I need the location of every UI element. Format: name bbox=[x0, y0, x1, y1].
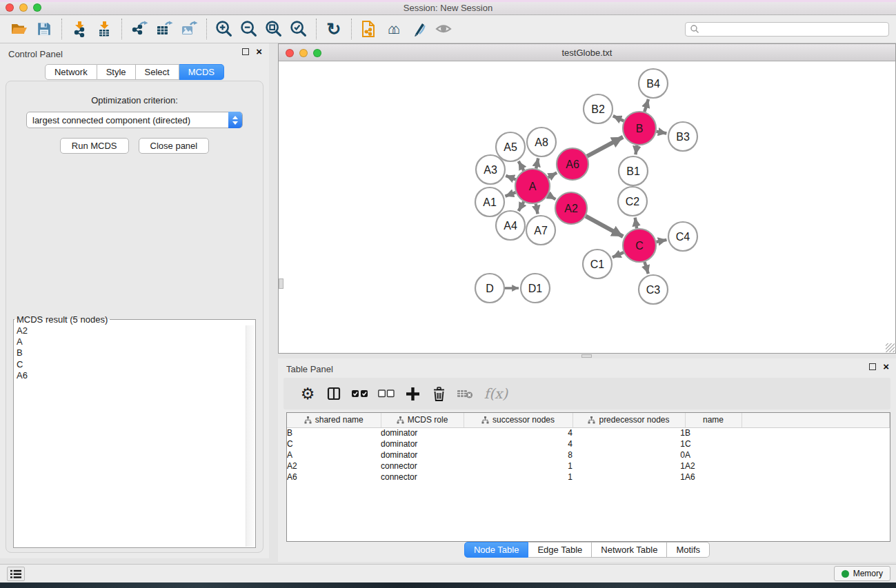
graph-edge-C-C2[interactable] bbox=[635, 218, 637, 229]
graph-edge-B-B3[interactable] bbox=[657, 132, 667, 134]
table-row[interactable]: A6connector11A6 bbox=[287, 472, 890, 483]
graph-edge-C-C1[interactable] bbox=[613, 252, 624, 257]
table-settings-button[interactable]: ⚙ bbox=[295, 381, 321, 406]
import-network-button[interactable] bbox=[67, 17, 92, 41]
add-row-button[interactable] bbox=[399, 381, 426, 406]
graph-edge-A-A7[interactable] bbox=[536, 204, 538, 214]
graph-edge-A-A3[interactable] bbox=[506, 176, 515, 180]
table-cell[interactable]: A bbox=[287, 449, 381, 460]
hide-graphics-details-button[interactable] bbox=[406, 17, 431, 41]
table-cell[interactable]: A6 bbox=[287, 472, 381, 483]
graph-edge-A-A1[interactable] bbox=[506, 192, 516, 196]
column-header-successor-nodes[interactable]: successor nodes bbox=[464, 413, 573, 427]
table-cell[interactable]: connector bbox=[381, 472, 464, 483]
column-header-shared-name[interactable]: shared name bbox=[287, 413, 381, 427]
graph-edge-B-B2[interactable] bbox=[613, 116, 624, 121]
tab-network-table[interactable]: Network Table bbox=[592, 542, 667, 558]
function-builder-button[interactable]: f(x) bbox=[478, 381, 514, 406]
home-button[interactable]: ⌂⌂ bbox=[381, 17, 406, 41]
select-all-button[interactable] bbox=[347, 381, 373, 406]
graph-edge-A-A6[interactable] bbox=[548, 173, 557, 178]
zoom-in-button[interactable] bbox=[212, 17, 237, 41]
table-cell[interactable]: 1 bbox=[573, 438, 685, 449]
result-scrollbar[interactable] bbox=[246, 325, 255, 547]
mcds-result-item[interactable]: C bbox=[17, 359, 255, 370]
mcds-result-item[interactable]: A2 bbox=[17, 325, 255, 336]
graph-edge-A-A8[interactable] bbox=[536, 159, 538, 169]
table-cell[interactable]: C bbox=[287, 438, 381, 449]
float-panel-icon[interactable] bbox=[242, 48, 249, 55]
column-header-predecessor-nodes[interactable]: predecessor nodes bbox=[573, 413, 685, 427]
import-table-button[interactable] bbox=[92, 17, 117, 41]
duplicate-network-button[interactable] bbox=[357, 17, 381, 41]
criterion-dropdown[interactable]: largest connected component (directed) bbox=[26, 112, 243, 128]
tab-mcds[interactable]: MCDS bbox=[179, 64, 224, 80]
run-mcds-button[interactable]: Run MCDS bbox=[60, 138, 129, 154]
table-cell[interactable]: A2 bbox=[287, 460, 381, 472]
table-cell[interactable]: dominator bbox=[381, 449, 464, 460]
resize-grip[interactable] bbox=[886, 343, 895, 352]
table-cell[interactable]: dominator bbox=[381, 438, 464, 449]
graph-edge-C-C4[interactable] bbox=[656, 240, 666, 242]
table-row[interactable]: Adominator80A bbox=[287, 449, 890, 460]
table-row[interactable]: A2connector11A2 bbox=[287, 460, 890, 472]
column-header-name[interactable]: name bbox=[685, 413, 741, 427]
tab-node-table[interactable]: Node Table bbox=[464, 542, 529, 558]
column-header-MCDS-role[interactable]: MCDS role bbox=[381, 413, 464, 427]
open-session-button[interactable] bbox=[7, 17, 32, 41]
table-cell[interactable]: 0 bbox=[573, 449, 685, 460]
table-cell[interactable]: 1 bbox=[573, 460, 685, 472]
task-history-button[interactable] bbox=[7, 567, 25, 581]
show-columns-button[interactable] bbox=[321, 381, 347, 406]
table-cell[interactable]: A bbox=[685, 449, 741, 460]
delete-row-button[interactable] bbox=[426, 381, 452, 406]
graph-edge-A-A4[interactable] bbox=[519, 202, 524, 211]
table-cell[interactable]: C bbox=[685, 438, 741, 449]
export-table-button[interactable] bbox=[152, 17, 177, 41]
table-cell[interactable]: A6 bbox=[685, 472, 741, 483]
graph-edge-A2-C[interactable] bbox=[586, 216, 623, 236]
export-image-button[interactable] bbox=[177, 17, 201, 41]
zoom-out-button[interactable] bbox=[237, 17, 261, 41]
graph-edge-C-C3[interactable] bbox=[644, 262, 648, 274]
table-cell[interactable]: B bbox=[685, 427, 741, 438]
table-cell[interactable]: 4 bbox=[464, 438, 573, 449]
split-divider-handle[interactable] bbox=[279, 278, 283, 289]
memory-button[interactable]: Memory bbox=[834, 566, 890, 581]
tab-style[interactable]: Style bbox=[97, 64, 136, 80]
mcds-result-item[interactable]: A6 bbox=[17, 370, 255, 381]
graph-edge-A-A5[interactable] bbox=[519, 161, 524, 170]
graph-edge-A-A2[interactable] bbox=[548, 195, 556, 199]
table-cell[interactable]: 1 bbox=[573, 472, 685, 483]
horizontal-divider-handle[interactable] bbox=[581, 354, 592, 358]
table-cell[interactable]: connector bbox=[381, 460, 464, 472]
table-cell[interactable]: 4 bbox=[464, 427, 573, 438]
delete-table-button[interactable] bbox=[452, 381, 478, 406]
tab-edge-table[interactable]: Edge Table bbox=[528, 542, 592, 558]
tab-network[interactable]: Network bbox=[45, 64, 97, 80]
graph-edge-A6-B[interactable] bbox=[587, 137, 623, 156]
table-cell[interactable]: 1 bbox=[464, 472, 573, 483]
network-canvas[interactable]: ABCA2A6A1A3A4A5A7A8B1B2B3B4C1C2C3C4DD1 bbox=[279, 61, 895, 353]
refresh-button[interactable]: ↻ bbox=[321, 17, 346, 41]
float-table-panel-icon[interactable] bbox=[869, 363, 876, 370]
table-cell[interactable]: 1 bbox=[573, 427, 685, 438]
table-cell[interactable]: 1 bbox=[464, 460, 573, 472]
save-session-button[interactable] bbox=[32, 17, 57, 41]
graph-edge-B-B1[interactable] bbox=[635, 145, 637, 155]
table-row[interactable]: Bdominator41B bbox=[287, 427, 890, 438]
tab-motifs[interactable]: Motifs bbox=[667, 542, 710, 558]
close-panel-button[interactable]: Close panel bbox=[139, 138, 210, 154]
table-cell[interactable]: dominator bbox=[381, 427, 464, 438]
tab-select[interactable]: Select bbox=[136, 64, 179, 80]
mcds-result-item[interactable]: A bbox=[17, 336, 255, 347]
zoom-selected-button[interactable] bbox=[286, 17, 311, 41]
close-table-panel-icon[interactable]: × bbox=[883, 363, 889, 370]
graph-edge-B-B4[interactable] bbox=[644, 99, 648, 112]
search-field[interactable] bbox=[685, 22, 889, 37]
table-cell[interactable]: B bbox=[287, 427, 381, 438]
table-cell[interactable]: A2 bbox=[685, 460, 741, 472]
mcds-result-item[interactable]: B bbox=[17, 347, 255, 358]
search-input[interactable] bbox=[699, 23, 884, 34]
export-network-button[interactable] bbox=[127, 17, 152, 41]
